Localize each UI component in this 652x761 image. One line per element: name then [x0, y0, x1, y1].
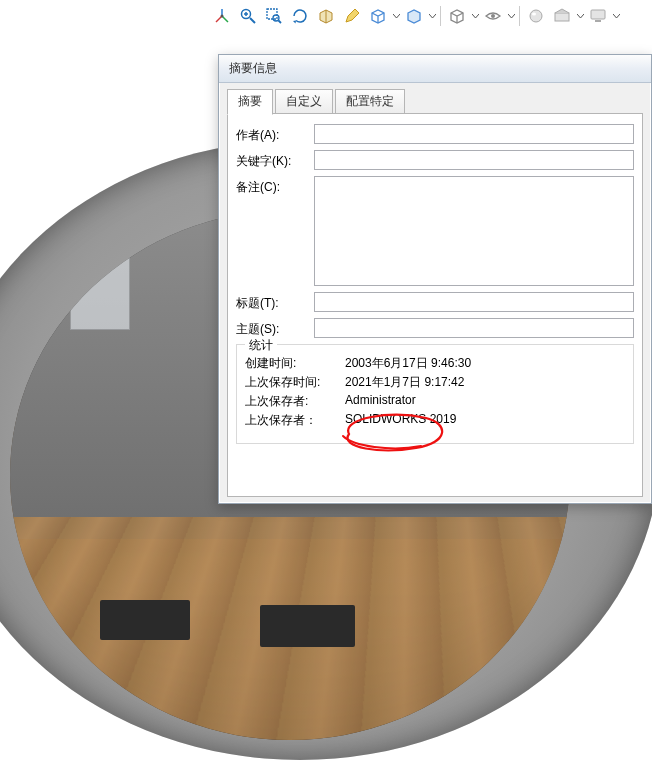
display-style-icon[interactable] — [402, 4, 426, 28]
stat-savedby-label: 上次保存者: — [245, 393, 345, 410]
prev-view-icon[interactable] — [288, 4, 312, 28]
stat-saved-value: 2021年1月7日 9:17:42 — [345, 374, 625, 391]
stat-saved-label: 上次保存时间: — [245, 374, 345, 391]
chevron-down-icon[interactable] — [613, 13, 620, 20]
env-bench — [100, 600, 190, 640]
label-comments: 备注(C): — [236, 176, 314, 196]
zoom-fit-icon[interactable] — [236, 4, 260, 28]
label-author: 作者(A): — [236, 124, 314, 144]
stats-legend: 统计 — [245, 337, 277, 354]
dialog-body: 摘要 自定义 配置特定 作者(A): 关键字(K): 备注(C): 标题(T): — [219, 83, 651, 505]
heads-up-toolbar — [210, 4, 620, 28]
tab-custom[interactable]: 自定义 — [275, 89, 333, 114]
tab-panel-summary: 作者(A): 关键字(K): 备注(C): 标题(T): 主题(S): 统计 — [227, 113, 643, 497]
toolbar-separator — [519, 6, 520, 26]
chevron-down-icon[interactable] — [429, 13, 436, 20]
svg-rect-11 — [555, 13, 569, 21]
author-field[interactable] — [314, 124, 634, 144]
svg-line-2 — [250, 18, 255, 23]
chevron-down-icon[interactable] — [508, 13, 515, 20]
edit-appearance-icon[interactable] — [340, 4, 364, 28]
chevron-down-icon[interactable] — [393, 13, 400, 20]
summary-info-dialog: 摘要信息 摘要 自定义 配置特定 作者(A): 关键字(K): 备注(C): 标… — [218, 54, 652, 504]
stat-created-value: 2003年6月17日 9:46:30 — [345, 355, 625, 372]
stat-savedwith-value: SOLIDWORKS 2019 — [345, 412, 625, 429]
tab-config[interactable]: 配置特定 — [335, 89, 405, 114]
svg-point-8 — [491, 14, 495, 18]
svg-line-7 — [279, 21, 282, 24]
screen-icon[interactable] — [586, 4, 610, 28]
toolbar-separator — [440, 6, 441, 26]
env-bench — [260, 605, 355, 647]
eye-icon[interactable] — [481, 4, 505, 28]
comments-field[interactable] — [314, 176, 634, 286]
stat-savedwith-label: 上次保存者： — [245, 412, 345, 429]
label-keywords: 关键字(K): — [236, 150, 314, 170]
svg-point-10 — [532, 13, 536, 16]
chevron-down-icon[interactable] — [577, 13, 584, 20]
svg-rect-12 — [591, 10, 605, 19]
tab-row: 摘要 自定义 配置特定 — [227, 90, 643, 114]
svg-rect-5 — [267, 9, 277, 19]
label-subject: 主题(S): — [236, 318, 314, 338]
keywords-field[interactable] — [314, 150, 634, 170]
tab-summary[interactable]: 摘要 — [227, 89, 273, 115]
label-title: 标题(T): — [236, 292, 314, 312]
dialog-titlebar[interactable]: 摘要信息 — [219, 55, 651, 83]
zoom-area-icon[interactable] — [262, 4, 286, 28]
triad-icon[interactable] — [210, 4, 234, 28]
title-field[interactable] — [314, 292, 634, 312]
section-view-icon[interactable] — [314, 4, 338, 28]
chevron-down-icon[interactable] — [472, 13, 479, 20]
svg-point-9 — [530, 10, 542, 22]
svg-rect-13 — [595, 20, 601, 22]
dialog-title: 摘要信息 — [229, 60, 277, 77]
svg-point-0 — [221, 15, 224, 18]
stat-savedby-value: Administrator — [345, 393, 625, 410]
appearance-icon[interactable] — [524, 4, 548, 28]
view-orientation-icon[interactable] — [366, 4, 390, 28]
hide-show-icon[interactable] — [445, 4, 469, 28]
subject-field[interactable] — [314, 318, 634, 338]
scene-icon[interactable] — [550, 4, 574, 28]
stats-group: 统计 创建时间: 2003年6月17日 9:46:30 上次保存时间: 2021… — [236, 344, 634, 444]
svg-point-6 — [273, 15, 279, 21]
stat-created-label: 创建时间: — [245, 355, 345, 372]
